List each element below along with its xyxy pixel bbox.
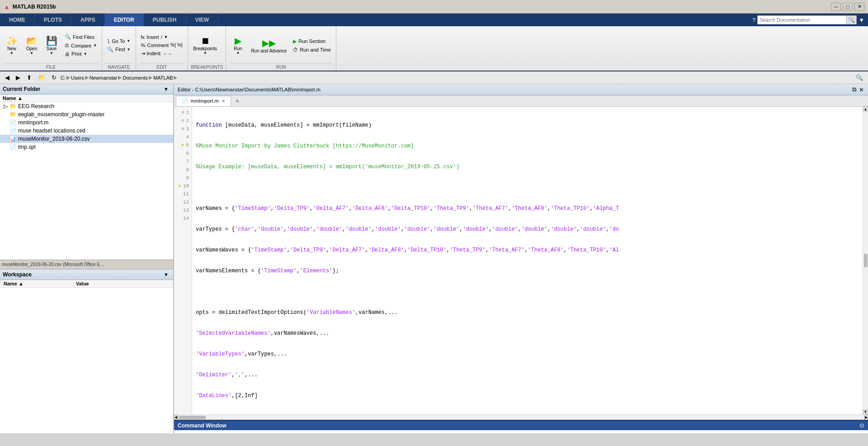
editor-close-button[interactable]: ✕ bbox=[859, 85, 864, 94]
editor-vertical-scrollbar[interactable]: ▲ ▼ bbox=[863, 107, 868, 414]
new-chevron-icon: ▼ bbox=[10, 51, 14, 55]
go-to-icon: ⤵ bbox=[107, 38, 110, 44]
cmd-line-1: >> [museData, museElements] = mmImport('… bbox=[178, 433, 864, 433]
tab-view[interactable]: VIEW bbox=[186, 14, 219, 26]
file-status-bar: museMonitor_2019-06-20.csv (Microsoft Of… bbox=[0, 260, 173, 269]
run-advance-button[interactable]: ▶▶ Run and Advance bbox=[249, 36, 289, 55]
forward-button[interactable]: ▶ bbox=[14, 73, 23, 82]
line-number-9: 9 bbox=[174, 174, 192, 182]
edit-group-label: EDIT bbox=[139, 63, 185, 70]
save-button[interactable]: 💾 Save ▼ bbox=[42, 34, 61, 57]
command-window-body[interactable]: >> [museData, museElements] = mmImport('… bbox=[174, 430, 868, 433]
file-tree-header[interactable]: Name ▲ bbox=[0, 95, 173, 102]
back-button[interactable]: ◀ bbox=[3, 73, 12, 82]
find-button[interactable]: 🔍 Find ▼ bbox=[105, 46, 132, 53]
ribbon: ✨ New ▼ 📂 Open ▼ 💾 Save ▼ 🔍 Find Files bbox=[0, 26, 868, 71]
workspace-options-button[interactable]: ▼ bbox=[162, 271, 170, 278]
line-number-10: ▶10 bbox=[174, 182, 192, 190]
scrollbar-left-button[interactable]: ◀ bbox=[174, 415, 178, 420]
run-group-label: RUN bbox=[229, 63, 333, 70]
browse-button[interactable]: 📁 bbox=[36, 73, 47, 82]
collapse-icon-1[interactable]: ⊟ bbox=[182, 109, 184, 117]
workspace-panel: Workspace ▼ Name ▲ Value bbox=[0, 269, 173, 434]
print-button[interactable]: 🖨 Print ▼ bbox=[62, 50, 99, 57]
ribbon-breakpoints-group: ⏹ Breakpoints ▼ BREAKPOINTS bbox=[188, 26, 226, 71]
run-time-button[interactable]: ⏱ Run and Time bbox=[291, 46, 333, 53]
list-item[interactable]: ▷ 📄 muse headset locations.ced bbox=[0, 127, 173, 135]
collapse-icon-3[interactable]: ⊟ bbox=[182, 125, 184, 133]
address-bar: ◀ ▶ ⬆ 📁 ↻ C: ▶ Users ▶ Newmanstar ▶ Docu… bbox=[0, 71, 868, 84]
line-number-14: 14 bbox=[174, 214, 192, 223]
file-name: eeglab_musemonitor_plugin-master bbox=[18, 111, 104, 118]
breakpoints-button[interactable]: ⏹ Breakpoints ▼ bbox=[191, 34, 219, 57]
address-search-button[interactable]: 🔍 bbox=[854, 73, 865, 82]
line-number-11: 11 bbox=[174, 190, 192, 198]
edit-group-buttons: fx Insert 𝑓 ▼ % Comment %{ %} ⇥ Indent →… bbox=[139, 28, 185, 62]
command-window-expand-button[interactable]: ⊙ bbox=[859, 422, 864, 429]
command-window-title: Command Window bbox=[178, 422, 226, 429]
tab-editor[interactable]: EDITOR bbox=[105, 14, 144, 26]
file-tree: Name ▲ ▷ 📁 EEG Research ▷ 📁 eeglab_musem… bbox=[0, 95, 173, 260]
find-files-button[interactable]: 🔍 Find Files bbox=[62, 33, 99, 41]
tab-publish[interactable]: PUBLISH bbox=[144, 14, 186, 26]
workspace-header: Workspace ▼ bbox=[0, 269, 173, 280]
editor-tab-name: mmImport.m bbox=[191, 98, 219, 104]
run-section-button[interactable]: ▶ Run Section bbox=[291, 38, 333, 45]
list-item[interactable]: ▷ 📄 tmp.spl bbox=[0, 143, 173, 151]
search-documentation-field[interactable]: 🔍 bbox=[757, 15, 857, 24]
up-folder-button[interactable]: ⬆ bbox=[24, 73, 34, 82]
help-button[interactable]: ? bbox=[752, 17, 755, 24]
indent-label: Indent bbox=[147, 51, 161, 56]
minimize-button[interactable]: ─ bbox=[831, 3, 841, 11]
breadcrumb-users[interactable]: Users bbox=[71, 75, 84, 81]
scrollbar-down-button[interactable]: ▼ bbox=[863, 409, 868, 414]
code-line-14: 'DataLines',[2,Inf] bbox=[196, 392, 859, 400]
maximize-button[interactable]: □ bbox=[843, 3, 853, 11]
scrollbar-up-button[interactable]: ▲ bbox=[863, 107, 868, 112]
tab-home[interactable]: HOME bbox=[0, 14, 35, 26]
editor-undock-button[interactable]: ⧉ bbox=[852, 85, 857, 94]
comment-button[interactable]: % Comment %{ %} bbox=[139, 42, 185, 49]
expand-search-button[interactable]: ▼ bbox=[859, 17, 864, 24]
search-documentation-input[interactable] bbox=[758, 17, 846, 23]
code-content[interactable]: function [museData, museElements] = mmIm… bbox=[192, 107, 863, 414]
title-bar-controls[interactable]: ─ □ ✕ bbox=[831, 3, 864, 11]
editor-title-bar: Editor - C:\Users\Newmanstar\Documents\M… bbox=[174, 84, 868, 95]
search-documentation-button[interactable]: 🔍 bbox=[846, 16, 856, 24]
breadcrumb-documents[interactable]: Documents bbox=[123, 75, 148, 81]
breadcrumb-c[interactable]: C: bbox=[61, 75, 66, 81]
scrollbar-thumb[interactable] bbox=[864, 254, 868, 267]
refresh-button[interactable]: ↻ bbox=[49, 73, 59, 82]
breadcrumb-newmanstar[interactable]: Newmanstar bbox=[90, 75, 118, 81]
scrollbar-right-button[interactable]: ▶ bbox=[864, 415, 868, 420]
insert-extra-icon: ▼ bbox=[164, 35, 168, 39]
list-item[interactable]: ▷ 📊 museMonitor_2019-06-20.csv bbox=[0, 135, 173, 143]
editor-tab-close-button[interactable]: ✕ bbox=[222, 99, 225, 104]
file-name: mmImport.m bbox=[18, 119, 48, 126]
breadcrumb-matlab[interactable]: MATLAB bbox=[153, 75, 173, 81]
run-button[interactable]: ▶ Run ▼ bbox=[229, 34, 247, 57]
tab-plots[interactable]: PLOTS bbox=[35, 14, 71, 26]
go-to-button[interactable]: ⤵ Go To ▼ bbox=[105, 38, 132, 45]
line-number-1: ⊟1 bbox=[174, 109, 192, 117]
list-item[interactable]: ▷ 📄 mmImport.m bbox=[0, 119, 173, 127]
list-item[interactable]: ▷ 📁 eeglab_musemonitor_plugin-master bbox=[0, 110, 173, 119]
name-column-header: Name ▲ bbox=[3, 95, 23, 101]
compare-button[interactable]: ⚖ Compare ▼ bbox=[62, 42, 99, 49]
open-button[interactable]: 📂 Open ▼ bbox=[23, 34, 41, 57]
collapse-icon-2[interactable]: ⊟ bbox=[182, 117, 184, 125]
editor-horizontal-scrollbar[interactable]: ◀ ▶ bbox=[174, 414, 868, 420]
folder-panel-options-button[interactable]: ▼ bbox=[162, 85, 170, 93]
editor-add-tab-button[interactable]: + bbox=[232, 95, 243, 106]
insert-button[interactable]: fx Insert 𝑓 ▼ bbox=[139, 33, 185, 41]
list-item[interactable]: ▷ 📁 EEG Research bbox=[0, 102, 173, 110]
tab-apps[interactable]: APPS bbox=[71, 14, 105, 26]
editor-tab-mmimport[interactable]: 📄 mmImport.m ✕ bbox=[176, 96, 231, 106]
comment-extras: %{ %} bbox=[170, 43, 183, 47]
workspace-title: Workspace bbox=[3, 271, 32, 278]
new-button[interactable]: ✨ New ▼ bbox=[3, 34, 21, 57]
scrollbar-h-thumb[interactable] bbox=[179, 416, 206, 419]
indent-button[interactable]: ⇥ Indent → ← bbox=[139, 50, 185, 57]
ribbon-run-group: ▶ Run ▼ ▶▶ Run and Advance ▶ Run Section… bbox=[226, 26, 336, 71]
close-button[interactable]: ✕ bbox=[854, 3, 864, 11]
